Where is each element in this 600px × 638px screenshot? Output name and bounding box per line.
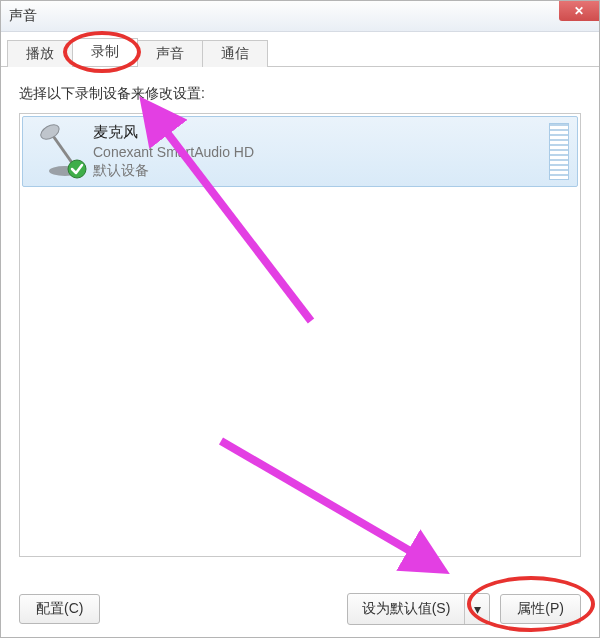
close-icon: ✕ xyxy=(574,5,584,17)
set-default-button[interactable]: 设为默认值(S) ▾ xyxy=(347,593,491,625)
svg-point-3 xyxy=(68,160,86,178)
microphone-icon xyxy=(31,123,87,179)
level-meter xyxy=(549,123,569,180)
device-list[interactable]: 麦克风 Conexant SmartAudio HD 默认设备 xyxy=(19,113,581,557)
device-status: 默认设备 xyxy=(93,162,543,180)
properties-button[interactable]: 属性(P) xyxy=(500,594,581,624)
tab-strip: 播放 录制 声音 通信 xyxy=(1,40,599,67)
instruction-text: 选择以下录制设备来修改设置: xyxy=(19,85,581,103)
tab-sounds[interactable]: 声音 xyxy=(137,40,203,67)
device-item-microphone[interactable]: 麦克风 Conexant SmartAudio HD 默认设备 xyxy=(22,116,578,187)
close-button[interactable]: ✕ xyxy=(559,1,599,21)
device-name: 麦克风 xyxy=(93,123,543,142)
tab-communications[interactable]: 通信 xyxy=(202,40,268,67)
configure-button[interactable]: 配置(C) xyxy=(19,594,100,624)
window-title: 声音 xyxy=(9,7,37,25)
bottom-bar: 配置(C) 设为默认值(S) ▾ 属性(P) xyxy=(1,593,599,625)
tab-content: 选择以下录制设备来修改设置: 麦克风 xyxy=(1,67,599,557)
set-default-label: 设为默认值(S) xyxy=(348,594,465,624)
title-bar: 声音 ✕ xyxy=(1,1,599,32)
tab-recording[interactable]: 录制 xyxy=(72,38,138,66)
sound-dialog: 声音 ✕ 播放 录制 声音 通信 选择以下录制设备来修改设置: xyxy=(0,0,600,638)
device-text: 麦克风 Conexant SmartAudio HD 默认设备 xyxy=(87,123,543,180)
device-driver: Conexant SmartAudio HD xyxy=(93,144,543,160)
svg-point-1 xyxy=(38,123,61,142)
set-default-dropdown[interactable]: ▾ xyxy=(464,594,489,624)
chevron-down-icon: ▾ xyxy=(474,601,481,617)
tab-playback[interactable]: 播放 xyxy=(7,40,73,67)
